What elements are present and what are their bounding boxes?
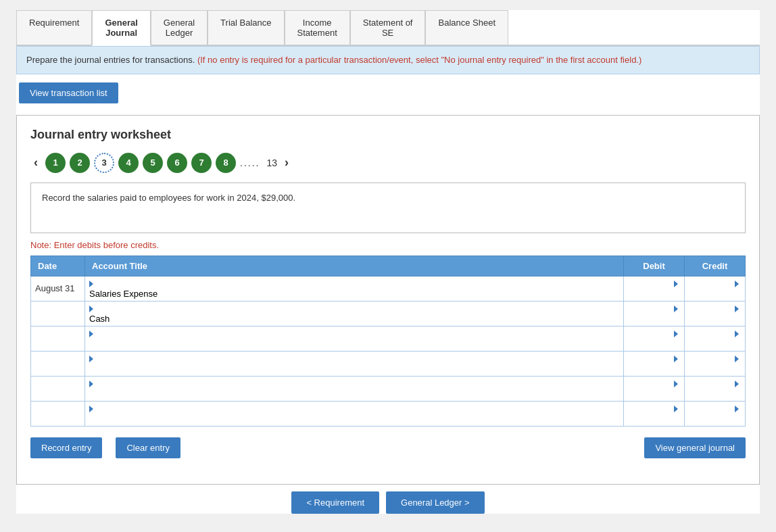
info-banner: Prepare the journal entries for transact… <box>16 46 760 74</box>
credit-cell-6[interactable] <box>685 401 746 426</box>
nav-circle-5[interactable]: 5 <box>143 153 163 173</box>
credit-input-1[interactable] <box>689 289 741 299</box>
account-cell-1[interactable] <box>85 276 624 301</box>
account-input-2[interactable] <box>89 314 619 324</box>
triangle-icon-5 <box>89 381 93 387</box>
action-buttons: Record entry Clear entry View general jo… <box>30 437 746 458</box>
account-cell-4[interactable] <box>85 351 624 376</box>
view-transaction-button[interactable]: View transaction list <box>19 82 118 103</box>
credit-cell-3[interactable] <box>685 326 746 351</box>
account-cell-6[interactable] <box>85 401 624 426</box>
triangle-icon-6 <box>89 406 93 412</box>
info-text-normal: Prepare the journal entries for transact… <box>26 55 197 65</box>
debit-input-6[interactable] <box>628 414 680 424</box>
triangle-icon-1 <box>89 281 93 287</box>
next-nav-button[interactable]: General Ledger > <box>386 491 485 514</box>
credit-cell-2[interactable] <box>685 301 746 326</box>
record-entry-button[interactable]: Record entry <box>30 437 102 458</box>
nav-row: ‹ 1 2 3 4 5 6 7 8 ..... 13 › <box>30 153 746 173</box>
debit-cell-6[interactable] <box>624 401 685 426</box>
triangle-icon-c4 <box>735 356 739 362</box>
triangle-icon-c2 <box>735 306 739 312</box>
nav-circle-6[interactable]: 6 <box>167 153 187 173</box>
date-cell-2 <box>31 301 85 326</box>
nav-ellipsis: ..... <box>240 158 260 168</box>
table-row <box>31 326 746 351</box>
credit-input-3[interactable] <box>689 339 741 349</box>
account-input-3[interactable] <box>89 339 619 349</box>
account-input-6[interactable] <box>89 414 619 424</box>
debit-cell-4[interactable] <box>624 351 685 376</box>
triangle-icon-d3 <box>674 331 678 337</box>
info-text-red: (If no entry is required for a particula… <box>197 55 641 65</box>
triangle-icon-d5 <box>674 381 678 387</box>
triangle-icon-d6 <box>674 406 678 412</box>
triangle-icon-d2 <box>674 306 678 312</box>
table-row <box>31 376 746 401</box>
nav-circle-7[interactable]: 7 <box>191 153 212 173</box>
triangle-icon-c1 <box>735 281 739 287</box>
tab-balance-sheet[interactable]: Balance Sheet <box>425 10 508 45</box>
credit-input-2[interactable] <box>689 314 741 324</box>
table-row <box>31 401 746 426</box>
account-cell-5[interactable] <box>85 376 624 401</box>
col-header-account: Account Title <box>85 256 624 276</box>
date-cell-6 <box>31 401 85 426</box>
view-general-journal-button[interactable]: View general journal <box>644 437 746 458</box>
debit-input-2[interactable] <box>628 314 680 324</box>
tab-general-journal[interactable]: GeneralJournal <box>92 10 150 46</box>
credit-cell-1[interactable] <box>685 276 746 301</box>
prev-nav-button[interactable]: < Requirement <box>291 491 379 514</box>
journal-entry-worksheet: Journal entry worksheet ‹ 1 2 3 4 5 6 7 … <box>16 115 760 485</box>
clear-entry-button[interactable]: Clear entry <box>116 437 180 458</box>
nav-circle-3[interactable]: 3 <box>94 153 114 173</box>
triangle-icon-3 <box>89 331 93 337</box>
account-input-5[interactable] <box>89 389 619 399</box>
credit-cell-5[interactable] <box>685 376 746 401</box>
tab-requirement[interactable]: Requirement <box>16 10 92 45</box>
table-row <box>31 351 746 376</box>
triangle-icon-4 <box>89 356 93 362</box>
nav-last-number: 13 <box>266 158 277 168</box>
nav-circle-1[interactable]: 1 <box>45 153 66 173</box>
debit-cell-2[interactable] <box>624 301 685 326</box>
debit-input-1[interactable] <box>628 289 680 299</box>
next-arrow[interactable]: › <box>281 154 292 171</box>
debit-input-3[interactable] <box>628 339 680 349</box>
account-input-1[interactable] <box>89 289 619 299</box>
account-cell-3[interactable] <box>85 326 624 351</box>
tab-trial-balance[interactable]: Trial Balance <box>208 10 284 45</box>
triangle-icon-d4 <box>674 356 678 362</box>
triangle-icon-c5 <box>735 381 739 387</box>
note-text: Note: Enter debits before credits. <box>30 240 746 250</box>
tab-income-statement[interactable]: IncomeStatement <box>285 10 350 45</box>
date-cell-1: August 31 <box>31 276 85 301</box>
table-row: August 31 <box>31 276 746 301</box>
journal-table: Date Account Title Debit Credit August 3… <box>30 256 746 427</box>
debit-input-4[interactable] <box>628 364 680 374</box>
nav-circle-8[interactable]: 8 <box>216 153 236 173</box>
debit-cell-5[interactable] <box>624 376 685 401</box>
tab-general-ledger[interactable]: GeneralLedger <box>151 10 208 45</box>
tab-statement-se[interactable]: Statement ofSE <box>350 10 426 45</box>
triangle-icon-2 <box>89 306 93 312</box>
bottom-nav: < Requirement General Ledger > <box>16 491 760 514</box>
nav-circle-2[interactable]: 2 <box>70 153 90 173</box>
table-row <box>31 301 746 326</box>
date-cell-3 <box>31 326 85 351</box>
credit-input-4[interactable] <box>689 364 741 374</box>
triangle-icon-d1 <box>674 281 678 287</box>
debit-cell-1[interactable] <box>624 276 685 301</box>
debit-input-5[interactable] <box>628 389 680 399</box>
credit-input-6[interactable] <box>689 414 741 424</box>
account-cell-2[interactable] <box>85 301 624 326</box>
nav-circle-4[interactable]: 4 <box>118 153 139 173</box>
date-cell-5 <box>31 376 85 401</box>
account-input-4[interactable] <box>89 364 619 374</box>
col-header-credit: Credit <box>685 256 746 276</box>
prev-arrow[interactable]: ‹ <box>30 154 41 171</box>
credit-cell-4[interactable] <box>685 351 746 376</box>
date-cell-4 <box>31 351 85 376</box>
credit-input-5[interactable] <box>689 389 741 399</box>
debit-cell-3[interactable] <box>624 326 685 351</box>
